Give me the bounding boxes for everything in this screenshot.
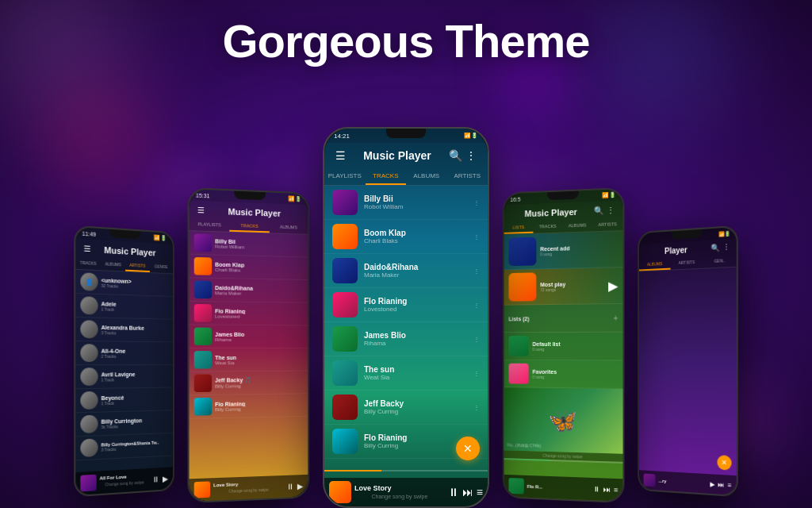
phone4-tab-artists[interactable]: ARTISTS xyxy=(592,219,622,231)
track-artist: Rihama xyxy=(364,340,467,347)
album-label: Angela 210 song ⋮ xyxy=(642,271,733,275)
track-info: Billy Bii Robot William xyxy=(364,194,467,210)
track-more-button[interactable]: ⋮ xyxy=(473,404,480,411)
play-controls: ⏸ ▶ xyxy=(286,481,303,491)
track-more-button[interactable]: ⋮ xyxy=(473,233,480,241)
phone5-tab-artists[interactable]: ARTISTS xyxy=(671,256,703,269)
track-name: Daido&Rihana xyxy=(364,263,467,271)
play-controls: ▶ ⏭ ≡ xyxy=(710,480,732,489)
phone4-search-icon[interactable]: 🔍 xyxy=(592,204,605,217)
track-info: The sun Weat Sia xyxy=(364,365,467,381)
center-tab-albums[interactable]: ALBUMS xyxy=(406,168,447,185)
track-more-button[interactable]: ⋮ xyxy=(473,267,480,275)
phone2-menu-icon[interactable]: ☰ xyxy=(196,204,206,217)
pause-button[interactable]: ⏸ xyxy=(448,486,459,498)
phone1-tab-genre[interactable]: GENRE xyxy=(149,261,173,273)
artist-name: Beyoncé xyxy=(102,394,124,401)
track-artist: Lovestoned xyxy=(364,306,467,313)
center-tab-artists[interactable]: ARTISTS xyxy=(447,168,488,185)
phone2-app-title: Music Player xyxy=(206,206,302,218)
track-thumb xyxy=(332,429,358,454)
phone4-more-icon[interactable]: ⋮ xyxy=(605,204,616,217)
phones-container: 11:49 📶🔋 ☰ Music Player TRACKS ALBUMS AR… xyxy=(97,127,715,508)
center-now-playing: Love Story Change song by swipe ⏸ ⏭ ≡ xyxy=(324,478,488,506)
track-artist: Robot William xyxy=(364,203,467,210)
playlist-button[interactable]: ≡ xyxy=(728,481,732,489)
track-artist: Weat Sia xyxy=(364,374,467,381)
list-item: The sun Weat Sia xyxy=(190,348,308,372)
next-button[interactable]: ⏭ xyxy=(603,486,611,495)
now-playing-thumb xyxy=(644,474,656,487)
phone-near-left: 15:31 📶🔋 ☰ Music Player PLAYLISTS TRACKS… xyxy=(188,187,310,503)
next-button[interactable]: ⏭ xyxy=(718,481,725,489)
playlist-button[interactable]: ≡ xyxy=(477,486,483,498)
phone5-status-icons: 📶🔋 xyxy=(718,230,730,237)
center-more-icon[interactable]: ⋮ xyxy=(464,148,478,164)
phone4-tab-tracks[interactable]: TRACKS xyxy=(533,221,562,233)
track-info: Daido&Rihana Maria Maker xyxy=(215,285,303,297)
phone1-time: 11:49 xyxy=(82,230,96,237)
playlist-button[interactable]: ≡ xyxy=(614,486,618,494)
phone2-tab-tracks[interactable]: TRACKS xyxy=(230,221,270,233)
phone5-search-icon[interactable]: 🔍 xyxy=(709,242,721,254)
phone5-more-icon[interactable]: ⋮ xyxy=(721,241,731,253)
now-playing-info: All For Love Change song by swipe xyxy=(100,473,149,489)
center-search-icon[interactable]: 🔍 xyxy=(447,148,464,164)
now-playing-thumb xyxy=(329,481,351,503)
track-more-button[interactable]: ⋮ xyxy=(473,199,480,206)
phone5-tab-albums[interactable]: ALBUMS xyxy=(639,259,671,271)
play-controls: ⏸ ⏭ ≡ xyxy=(593,485,619,494)
pause-button[interactable]: ⏸ xyxy=(286,482,294,491)
track-info: The sun Weat Sia xyxy=(215,354,303,364)
phone1-tab-albums[interactable]: ALBUMS xyxy=(101,259,125,271)
play-controls: ⏸ ▶ xyxy=(152,474,169,483)
phone1-menu-icon[interactable]: ☰ xyxy=(82,242,92,255)
track-more-button[interactable]: ⋮ xyxy=(473,302,480,309)
next-button[interactable]: ⏭ xyxy=(462,486,473,498)
track-more-button[interactable]: ⋮ xyxy=(473,336,480,343)
artist-tracks: 1 Track xyxy=(102,306,117,312)
track-name: Jeff Backy xyxy=(364,399,467,408)
track-thumb xyxy=(332,394,358,420)
phone2-tab-playlists[interactable]: PLAYLISTS xyxy=(190,219,230,232)
page-title: Gorgeous Theme xyxy=(223,14,590,67)
phone-center-notch xyxy=(386,129,426,138)
playlist-count: 0 song xyxy=(532,346,560,351)
center-menu-icon[interactable]: ☰ xyxy=(334,148,347,164)
add-playlist-button[interactable]: + xyxy=(613,314,618,322)
track-thumb xyxy=(194,257,212,275)
share-button-phone5[interactable]: ✕ xyxy=(717,455,731,470)
artist-info: Billy Currington&Shania Tw.. 3 Tracks xyxy=(102,440,159,452)
phone5-tab-gen[interactable]: GEN.. xyxy=(703,255,736,267)
now-playing-info: Love Story Change song by swipe xyxy=(213,480,283,496)
phone4-tab-lists[interactable]: LISTS xyxy=(504,222,534,234)
phone2-tab-albums[interactable]: ALBUMS xyxy=(269,221,308,233)
phone1-artist-list: 👤 <unknown> 32 Tracks Adele 1 Track xyxy=(75,270,173,461)
pause-button[interactable]: ⏸ xyxy=(152,475,159,484)
list-item: Boom Klap Charli Blaks xyxy=(190,255,308,280)
phone4-tab-albums[interactable]: ALBUMS xyxy=(562,220,592,232)
pause-button[interactable]: ⏸ xyxy=(593,485,600,493)
phone1-now-playing: All For Love Change song by swipe ⏸ ▶ xyxy=(75,467,173,495)
play-overlay-icon[interactable]: ▶ xyxy=(608,278,618,294)
center-tab-tracks[interactable]: TRACKS xyxy=(366,168,407,185)
track-artist: Charli Blaks xyxy=(364,237,467,244)
phone1-tab-tracks[interactable]: TRACKS xyxy=(75,257,101,270)
center-tab-playlists[interactable]: PLAYLISTS xyxy=(324,168,366,185)
album-card[interactable]: Enjoy Yourself 60 song ⋮ xyxy=(642,274,733,278)
artist-tracks: 1 Track xyxy=(102,377,136,382)
next-button[interactable]: ▶ xyxy=(297,481,304,490)
playlist-count: 0 song xyxy=(532,374,557,379)
list-item: Billy Currington&Shania Tw.. 3 Tracks xyxy=(75,433,173,461)
track-thumb xyxy=(194,233,212,252)
track-artist: Billy Curring xyxy=(215,406,303,412)
pause-button[interactable]: ▶ xyxy=(710,480,715,488)
next-button[interactable]: ▶ xyxy=(163,474,168,483)
phone1-tab-artists[interactable]: ARTISTS xyxy=(125,260,149,273)
album-card[interactable]: Angela 210 song ⋮ xyxy=(642,271,733,275)
track-more-button[interactable]: ⋮ xyxy=(473,370,480,377)
list-item: Billy Bii Robot William xyxy=(190,231,308,257)
track-info: Flo Rianing Lovestoned xyxy=(215,308,303,319)
artist-name: All-4-One xyxy=(102,348,126,353)
share-button[interactable]: ✕ xyxy=(456,437,480,460)
